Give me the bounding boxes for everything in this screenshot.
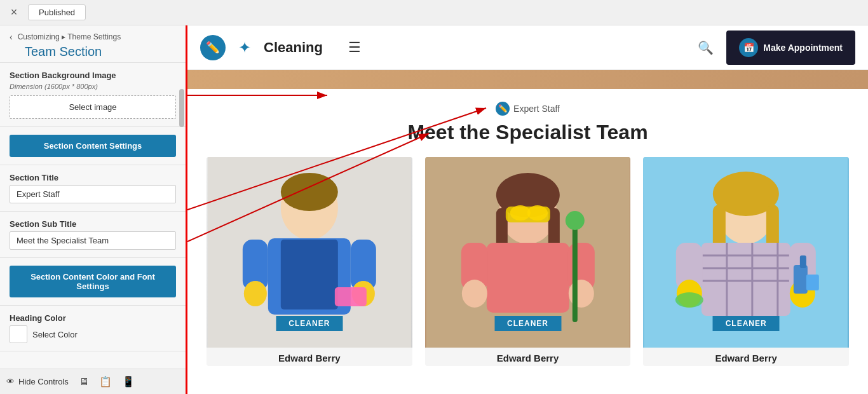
pencil-icon: ✏️: [496, 102, 510, 116]
svg-point-9: [244, 281, 267, 306]
team-card: CLEANER Edward Berry: [207, 157, 412, 366]
team-card: CLEANER Edward Berry: [425, 157, 631, 366]
cleaner-badge: CLEANER: [276, 316, 342, 331]
bg-image-section: Section Background Image Dimension (1600…: [0, 63, 186, 127]
preview-area: ✏️ ✦ Cleaning ☰ 🔍 📅 Make Appointment ✏️: [187, 25, 868, 394]
tablet-device-button[interactable]: 📋: [99, 376, 112, 388]
hero-stub: [187, 70, 868, 89]
main-content: ‹ Customizing ▸ Theme Settings Team Sect…: [0, 25, 868, 394]
website-preview: ✏️ ✦ Cleaning ☰ 🔍 📅 Make Appointment ✏️: [187, 25, 868, 394]
svg-point-2: [281, 173, 338, 211]
left-panel: ‹ Customizing ▸ Theme Settings Team Sect…: [0, 25, 187, 394]
section-subtitle-block: Section Sub Title: [0, 212, 186, 258]
svg-point-19: [527, 205, 548, 221]
desktop-device-button[interactable]: 🖥: [79, 376, 89, 388]
appt-btn-label: Make Appointment: [763, 43, 843, 53]
left-panel-inner: ‹ Customizing ▸ Theme Settings Team Sect…: [0, 25, 186, 369]
team-section: ✏️ Expert Staff Meet the Specialist Team: [187, 89, 868, 372]
section-subtitle-input[interactable]: [10, 231, 176, 250]
section-title-block: Section Title: [0, 165, 186, 212]
section-title-input[interactable]: [10, 185, 176, 203]
cleaner-badge: CLEANER: [713, 316, 780, 331]
logo-star: ✦: [238, 39, 251, 57]
svg-rect-45: [806, 275, 819, 290]
close-button[interactable]: ×: [6, 5, 22, 20]
search-icon[interactable]: 🔍: [698, 40, 714, 55]
content-settings-block: Section Content Settings: [0, 127, 186, 165]
hide-controls-label: Hide Controls: [18, 377, 69, 386]
svg-point-46: [675, 292, 703, 308]
team-cards: CLEANER Edward Berry: [207, 157, 849, 366]
panel-title: Team Section: [25, 44, 176, 59]
card-name: Edward Berry: [207, 348, 412, 366]
team-main-title: Meet the Specialist Team: [207, 121, 849, 144]
select-color-label[interactable]: Select Color: [32, 330, 78, 339]
bg-image-label: Section Background Image: [10, 71, 176, 80]
svg-point-26: [566, 211, 585, 230]
hamburger-icon[interactable]: ☰: [348, 39, 361, 56]
select-image-box[interactable]: Select image: [10, 95, 176, 119]
scrollbar-thumb[interactable]: [179, 89, 184, 127]
published-button[interactable]: Published: [28, 4, 86, 20]
breadcrumb-row: ‹ Customizing ▸ Theme Settings: [10, 32, 176, 42]
svg-rect-44: [800, 255, 806, 268]
heading-color-block: Heading Color Select Color: [0, 306, 186, 351]
eye-icon: 👁: [6, 377, 15, 386]
logo-icon: ✏️: [200, 35, 226, 60]
card-name: Edward Berry: [425, 348, 631, 366]
svg-rect-25: [573, 221, 578, 322]
svg-rect-11: [335, 287, 367, 306]
site-logo-text: Cleaning: [264, 39, 323, 56]
color-font-settings-button[interactable]: Section Content Color and Font Settings: [10, 266, 176, 297]
section-title-label: Section Title: [10, 173, 176, 182]
color-picker-row: Select Color: [10, 325, 176, 343]
breadcrumb: Customizing ▸ Theme Settings: [18, 32, 121, 41]
color-swatch[interactable]: [10, 325, 27, 343]
svg-point-23: [462, 280, 487, 308]
site-navbar: ✏️ ✦ Cleaning ☰ 🔍 📅 Make Appointment: [187, 25, 868, 70]
hide-controls-button[interactable]: 👁 Hide Controls: [6, 377, 69, 386]
team-subtitle-row: ✏️ Expert Staff: [496, 102, 560, 116]
back-button[interactable]: ‹: [10, 32, 15, 42]
bg-image-dimension: Dimension (1600px * 800px): [10, 83, 176, 90]
team-header: ✏️ Expert Staff Meet the Specialist Team: [207, 102, 849, 144]
team-card: CLEANER Edward Berry: [643, 157, 849, 366]
svg-rect-4: [281, 240, 338, 309]
color-font-block: Section Content Color and Font Settings: [0, 258, 186, 306]
svg-rect-43: [794, 265, 808, 294]
top-bar: × Published: [0, 0, 868, 25]
panel-header: ‹ Customizing ▸ Theme Settings Team Sect…: [0, 25, 186, 63]
section-content-settings-button[interactable]: Section Content Settings: [10, 135, 176, 157]
appt-icon: 📅: [739, 38, 758, 57]
mobile-device-button[interactable]: 📱: [122, 376, 135, 388]
heading-color-label: Heading Color: [10, 313, 176, 323]
cleaner-badge: CLEANER: [494, 316, 561, 331]
svg-rect-20: [487, 243, 569, 313]
appointment-button[interactable]: 📅 Make Appointment: [726, 31, 855, 65]
card-name: Edward Berry: [643, 348, 849, 366]
bottom-controls: 👁 Hide Controls 🖥 📋 📱: [0, 369, 186, 394]
team-subtitle-text: Expert Staff: [513, 104, 560, 114]
section-subtitle-label: Section Sub Title: [10, 219, 176, 229]
